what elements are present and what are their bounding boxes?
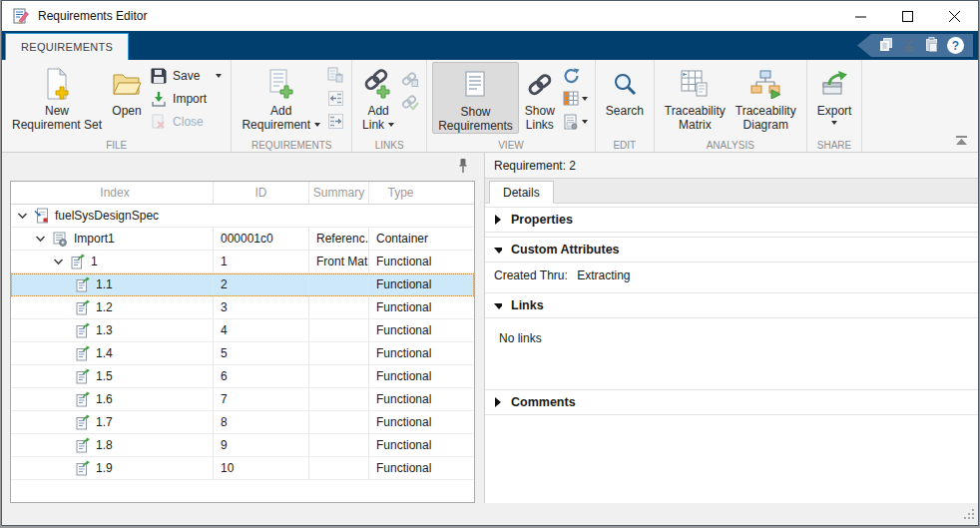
- add-link-button[interactable]: Add Link: [357, 62, 399, 132]
- section-custom-attributes[interactable]: Custom Attributes: [485, 237, 978, 263]
- import-button[interactable]: Import: [147, 87, 226, 110]
- section-properties-label: Properties: [511, 213, 573, 227]
- open-button[interactable]: Open: [107, 62, 147, 118]
- copy-icon[interactable]: [879, 37, 893, 55]
- section-links[interactable]: Links: [485, 292, 978, 318]
- save-label: Save: [173, 69, 200, 83]
- table-header-row: Index ID Summary Type: [11, 182, 474, 205]
- section-label-links: LINKS: [352, 140, 426, 151]
- table-row[interactable]: 1.9 10 Functional: [11, 457, 474, 480]
- close-button[interactable]: [931, 1, 978, 31]
- table-row[interactable]: fuelSysDesignSpec: [11, 205, 474, 228]
- chevron-down-icon[interactable]: [53, 257, 64, 266]
- promote-requirement-icon: [327, 90, 344, 107]
- chevron-down-icon[interactable]: [17, 211, 28, 221]
- created-thru-label: Created Thru:: [494, 268, 568, 282]
- collapse-ribbon-button[interactable]: [955, 135, 968, 149]
- row-type: Functional: [368, 388, 432, 410]
- table-row[interactable]: 1.8 9 Functional: [11, 434, 474, 457]
- table-row[interactable]: 1.5 6 Functional: [11, 365, 474, 388]
- add-requirement-button[interactable]: Add Requirement: [237, 62, 325, 132]
- column-header-type[interactable]: Type: [368, 182, 432, 204]
- report-view-icon: [563, 114, 579, 130]
- promote-requirement-button[interactable]: [325, 87, 346, 110]
- section-label-file: FILE: [2, 140, 231, 151]
- tab-details[interactable]: Details: [489, 181, 554, 204]
- column-header-id[interactable]: ID: [213, 182, 308, 204]
- row-id: 000001c0: [213, 228, 308, 250]
- columns-button[interactable]: [561, 87, 590, 110]
- section-label-analysis: ANALYSIS: [655, 140, 806, 151]
- table-row[interactable]: Import1 000001c0 Referenc... Container: [11, 228, 474, 251]
- section-links-label: Links: [511, 298, 544, 312]
- traceability-diagram-button[interactable]: Traceability Diagram: [731, 62, 801, 132]
- requirement-icon: [75, 460, 90, 476]
- ribbon-section-share: Export SHARE: [807, 60, 863, 152]
- table-row[interactable]: 1 1 Front Mat... Functional: [11, 251, 474, 273]
- row-id: 5: [213, 342, 308, 364]
- requirement-icon: [75, 299, 90, 315]
- search-button[interactable]: Search: [601, 62, 649, 118]
- columns-caret[interactable]: [582, 97, 588, 101]
- demote-requirement-button[interactable]: [325, 110, 346, 133]
- section-comments[interactable]: Comments: [485, 389, 978, 415]
- row-index: Import1: [74, 232, 115, 246]
- requirement-icon: [75, 414, 90, 430]
- row-type: Functional: [368, 457, 432, 479]
- table-row[interactable]: 1.6 7 Functional: [11, 388, 474, 411]
- table-row[interactable]: 1.2 3 Functional: [11, 296, 474, 319]
- new-requirement-set-button[interactable]: New Requirement Set: [7, 62, 107, 132]
- section-properties[interactable]: Properties: [485, 207, 978, 233]
- export-button[interactable]: Export: [812, 62, 857, 125]
- table-row[interactable]: 1.3 4 Functional: [11, 319, 474, 342]
- row-summary: [308, 342, 368, 364]
- table-row-selected[interactable]: 1.1 2 Functional: [11, 273, 474, 296]
- save-dropdown-caret[interactable]: [216, 74, 222, 78]
- add-link-caret: [388, 123, 394, 127]
- row-index: 1.7: [96, 415, 113, 429]
- chevron-down-icon[interactable]: [35, 234, 46, 244]
- paste-icon[interactable]: [925, 37, 938, 55]
- report-view-caret[interactable]: [582, 120, 588, 124]
- show-requirements-button[interactable]: Show Requirements: [432, 62, 519, 134]
- close-file-label: Close: [173, 115, 204, 129]
- resize-grip[interactable]: [963, 508, 975, 523]
- row-id: 8: [213, 411, 308, 433]
- ribbon-section-links: Add Link LINKS: [352, 60, 427, 152]
- row-id: 6: [213, 365, 308, 387]
- requirement-icon: [75, 322, 90, 338]
- row-type: Functional: [368, 365, 432, 387]
- row-summary: Front Mat...: [308, 251, 368, 272]
- refresh-button[interactable]: [561, 64, 590, 87]
- requirement-icon: [75, 276, 90, 292]
- add-link-label-1: Add: [367, 104, 388, 118]
- search-label: Search: [606, 104, 644, 118]
- show-links-button[interactable]: Show Links: [519, 62, 561, 132]
- traceability-matrix-button[interactable]: Traceability Matrix: [660, 62, 731, 132]
- add-requirement-label-1: Add: [270, 104, 291, 118]
- save-button[interactable]: Save: [147, 64, 226, 87]
- row-summary: [308, 273, 368, 295]
- row-type: [368, 205, 432, 227]
- open-folder-icon: [112, 64, 142, 104]
- help-button[interactable]: ?: [947, 37, 964, 54]
- refresh-icon: [563, 67, 581, 85]
- minimize-button[interactable]: [837, 1, 884, 31]
- tab-requirements[interactable]: REQUIREMENTS: [5, 33, 129, 60]
- pin-icon[interactable]: [458, 158, 468, 177]
- maximize-button[interactable]: [884, 1, 931, 31]
- ribbon-toolbar: New Requirement Set Open Save: [2, 60, 978, 153]
- details-panel: Requirement: 2 Details Properties Custom…: [484, 153, 978, 503]
- row-type: Functional: [368, 434, 432, 456]
- show-requirements-icon: [462, 65, 488, 105]
- row-summary: [308, 319, 368, 341]
- requirement-icon: [70, 254, 85, 269]
- requirements-editor-window: Requirements Editor REQUIREMENTS: [1, 0, 979, 526]
- table-row[interactable]: 1.4 5 Functional: [11, 342, 474, 365]
- row-type: Functional: [368, 319, 432, 341]
- requirement-icon: [75, 437, 90, 453]
- report-view-button[interactable]: [561, 110, 590, 133]
- column-header-summary[interactable]: Summary: [308, 182, 368, 204]
- table-row[interactable]: 1.7 8 Functional: [11, 411, 474, 434]
- column-header-index[interactable]: Index: [11, 182, 213, 204]
